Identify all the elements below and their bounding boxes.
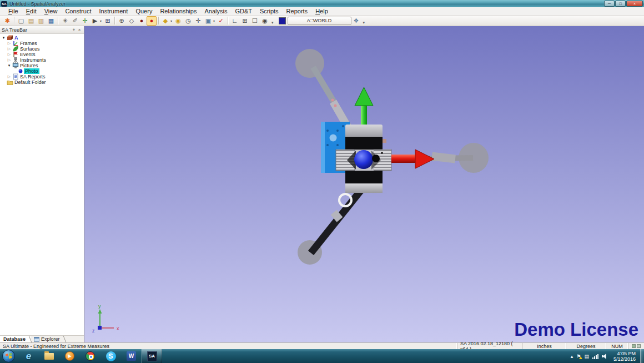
menu-view[interactable]: View xyxy=(41,7,62,15)
start-button[interactable] xyxy=(2,350,15,362)
status-length-units[interactable]: Inches xyxy=(523,343,566,349)
toolbar-separator xyxy=(158,17,159,24)
menu-relationships[interactable]: Relationships xyxy=(156,7,200,15)
toolbar-overflow-icon[interactable]: ▾ xyxy=(363,21,365,26)
status-angle-units[interactable]: Degrees xyxy=(566,343,606,349)
taskbar-word[interactable]: W xyxy=(121,349,142,363)
selection-box-icon[interactable]: ☐ xyxy=(250,16,260,26)
taskbar-skype[interactable]: S xyxy=(100,349,121,363)
stopwatch-icon[interactable]: ◷ xyxy=(183,16,193,26)
windows-taskbar: e ▶ S W SA ▴ ⚑ ▤ 4:05 PM 5/12/2016 xyxy=(0,349,644,363)
cube-vertices-icon[interactable]: ◇ xyxy=(127,16,137,26)
run-script-icon[interactable]: ▶ xyxy=(90,16,100,26)
point-dark-icon[interactable]: ● xyxy=(137,16,147,26)
menu-edit[interactable]: Edit xyxy=(22,7,41,15)
tray-expand-icon[interactable]: ▴ xyxy=(571,354,573,359)
clock-date: 5/12/2016 xyxy=(613,356,636,362)
expander-icon[interactable]: ▾ xyxy=(1,36,6,40)
folder-icon xyxy=(6,79,13,86)
maximize-button[interactable]: □ xyxy=(615,1,626,7)
network-signal-icon[interactable] xyxy=(592,354,598,359)
wrench-icon[interactable]: ✐ xyxy=(70,16,80,26)
menu-file[interactable]: File xyxy=(4,7,22,15)
add-instrument-icon[interactable]: ✛ xyxy=(80,16,90,26)
tree-item-default-folder[interactable]: Default Folder xyxy=(0,79,84,85)
tree-item-label: Default Folder xyxy=(13,79,47,85)
panel-tab-bar: Database Explorer xyxy=(0,335,84,342)
menu-gdt[interactable]: GD&T xyxy=(231,7,256,15)
menu-analysis[interactable]: Analysis xyxy=(200,7,231,15)
camera-icon[interactable]: ◉ xyxy=(260,16,270,26)
tree-view-icon[interactable]: ⊞ xyxy=(103,16,113,26)
open-file-icon[interactable]: ▤ xyxy=(26,16,36,26)
tab-explorer[interactable]: Explorer xyxy=(31,336,65,342)
tab-database[interactable]: Database xyxy=(0,336,31,342)
close-button[interactable]: × xyxy=(626,1,643,7)
sa-home-icon[interactable]: ✱ xyxy=(2,16,12,26)
menu-instrument[interactable]: Instrument xyxy=(95,7,132,15)
taskbar-clock[interactable]: 4:05 PM 5/12/2016 xyxy=(611,351,638,362)
clock-time: 4:05 PM xyxy=(613,351,636,356)
menu-reports[interactable]: Reports xyxy=(283,7,312,15)
expander-icon[interactable]: ▷ xyxy=(7,52,12,57)
tab-label: Database xyxy=(3,336,26,342)
y-axis-arrow xyxy=(355,87,373,130)
save-icon[interactable]: ▦ xyxy=(46,16,56,26)
minimize-button[interactable]: ─ xyxy=(604,1,615,7)
angle-icon[interactable]: ∟ xyxy=(230,16,240,26)
point-red-icon[interactable]: ● xyxy=(147,16,157,26)
menu-help[interactable]: Help xyxy=(311,7,332,15)
taskbar-spatialanalyzer[interactable]: SA xyxy=(142,349,162,363)
sphere-axes-icon[interactable]: ⊕ xyxy=(117,16,127,26)
expander-icon[interactable]: ▷ xyxy=(7,74,12,79)
menu-bar: File Edit View Construct Instrument Quer… xyxy=(0,7,644,16)
title-bar[interactable]: SA Untitled - SpatialAnalyzer ─ □ × xyxy=(0,0,644,7)
taskbar-chrome[interactable] xyxy=(80,349,100,363)
chrome-icon xyxy=(85,351,95,361)
tree-item-pictures[interactable]: ▾ Pictures xyxy=(0,63,84,68)
menu-scripts[interactable]: Scripts xyxy=(256,7,283,15)
expander-icon[interactable]: ▷ xyxy=(7,58,12,62)
tray-window-icon[interactable]: ▤ xyxy=(584,354,589,359)
y-axis-label: y xyxy=(98,304,101,309)
view-cube-icon[interactable]: ◆ xyxy=(160,16,170,26)
menu-construct[interactable]: Construct xyxy=(61,7,95,15)
ie-icon: e xyxy=(26,351,31,362)
expander-icon[interactable]: ▷ xyxy=(7,41,12,46)
system-tray: ▴ ⚑ ▤ 4:05 PM 5/12/2016 xyxy=(571,351,640,362)
tab-label: Explorer xyxy=(41,336,60,342)
instrument-model: y x z xyxy=(84,26,644,342)
show-desktop-button[interactable] xyxy=(640,349,644,363)
color-swatch[interactable] xyxy=(279,17,286,24)
graphics-viewport[interactable]: y x z Demo License xyxy=(84,26,644,342)
active-frame-selector[interactable]: A::WORLD xyxy=(288,17,351,25)
import-file-icon[interactable]: ▥ xyxy=(36,16,46,26)
expander-icon[interactable]: ▷ xyxy=(7,47,12,51)
menu-query[interactable]: Query xyxy=(132,7,156,15)
close-icon[interactable]: × xyxy=(77,27,82,32)
volume-icon[interactable] xyxy=(602,354,608,359)
toolbar-separator xyxy=(58,17,58,24)
window-title: Untitled - SpatialAnalyzer xyxy=(9,1,66,7)
pin-icon[interactable]: ⌖ xyxy=(71,27,77,33)
taskbar-file-explorer[interactable] xyxy=(39,349,59,363)
folder-icon xyxy=(44,353,54,360)
action-center-flag-icon[interactable]: ⚑ xyxy=(576,354,581,359)
tree-panel-header: SA TreeBar ⌖ × xyxy=(0,26,84,34)
new-file-icon[interactable]: ▢ xyxy=(16,16,26,26)
check-red-icon[interactable]: ✓ xyxy=(216,16,226,26)
paint-bucket-icon[interactable]: ❖ xyxy=(351,16,361,26)
status-version: SA 2016.02.18_12180 ( x64 ) xyxy=(457,343,523,349)
skype-icon: S xyxy=(106,351,116,361)
status-numlock: NUM xyxy=(606,343,628,349)
window-mode-icon[interactable]: ▣ xyxy=(203,16,213,26)
move-icon[interactable]: ✛ xyxy=(193,16,203,26)
taskbar-internet-explorer[interactable]: e xyxy=(18,349,39,363)
toolbar-overflow-icon[interactable]: ▾ xyxy=(271,21,274,26)
demo-license-watermark: Demo License xyxy=(514,319,638,340)
settings-gear-icon[interactable]: ✳ xyxy=(60,16,70,26)
expander-icon[interactable]: ▾ xyxy=(7,63,12,68)
boxed-plus-icon[interactable]: ⊞ xyxy=(240,16,250,26)
taskbar-media-player[interactable]: ▶ xyxy=(59,349,80,363)
token-icon[interactable]: ◉ xyxy=(173,16,183,26)
